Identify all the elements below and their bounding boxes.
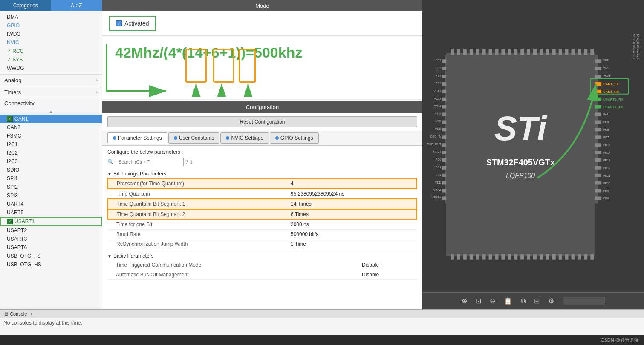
sidebar-item-spi1[interactable]: SPI1 (0, 174, 102, 183)
tab-parameter-settings[interactable]: Parameter Settings (107, 132, 167, 144)
sidebar-item-can2[interactable]: CAN2 (0, 123, 102, 132)
param-row-seg1[interactable]: Time Quanta in Bit Segment 1 14 Times (108, 199, 417, 209)
svg-text:PE4: PE4 (436, 74, 441, 77)
sidebar-item-uart4[interactable]: UART4 (0, 200, 102, 208)
reset-config-button[interactable]: Reset Configuration (107, 116, 417, 127)
svg-rect-103 (595, 135, 601, 139)
svg-text:CAN1_RX: CAN1_RX (603, 90, 619, 94)
sidebar-item-wwdg[interactable]: WWDG (0, 64, 102, 72)
time-bit-value: 2000 ns (288, 219, 417, 230)
baud-value: 500000 bit/s (288, 230, 417, 239)
basic-params-table: Time Triggered Communication Mode Disabl… (107, 260, 417, 280)
search-icon: 🔍 (107, 159, 114, 165)
config-tabs: Parameter Settings User Constants NVIC S… (102, 131, 422, 146)
svg-rect-16 (514, 49, 517, 55)
sidebar-item-usart3[interactable]: USART3 (0, 235, 102, 243)
bit-timings-section-header[interactable]: ▼ Bit Timings Parameters (107, 170, 417, 178)
layers-icon[interactable]: ⧉ (521, 297, 526, 305)
sidebar-connectivity-header[interactable]: Connectivity (0, 98, 102, 108)
activated-checkbox[interactable]: ✓ (116, 20, 122, 26)
sidebar-item-gpio[interactable]: GPIO (0, 21, 102, 30)
grid-icon[interactable]: ⊞ (534, 297, 540, 305)
tab-label-params: Parameter Settings (118, 135, 162, 141)
svg-rect-9 (470, 49, 473, 55)
sidebar-item-sys[interactable]: ✓ SYS (0, 55, 102, 64)
sidebar-item-nvic[interactable]: NVIC (0, 38, 102, 47)
tab-dot-params (113, 136, 116, 140)
svg-text:PC0: PC0 (436, 158, 442, 161)
svg-text:VREF+: VREF+ (432, 196, 442, 199)
tab-gpio-settings[interactable]: GPIO Settings (270, 132, 319, 144)
mode-header: Mode (102, 0, 422, 12)
svg-rect-6 (451, 49, 454, 55)
search-info-btn[interactable]: ℹ (190, 159, 192, 165)
sidebar-timers-header[interactable]: Timers › (0, 86, 102, 98)
svg-rect-94 (595, 67, 601, 70)
svg-text:SYS_JTDI-SWCLK: SYS_JTDI-SWCLK (636, 34, 640, 60)
svg-text:PC3: PC3 (436, 173, 442, 176)
sidebar-item-dma[interactable]: DMA (0, 13, 102, 21)
sidebar-item-fsmc[interactable]: FSMC (0, 132, 102, 140)
svg-text:PE5: PE5 (436, 82, 441, 85)
sidebar-item-usart6[interactable]: USART6 (0, 243, 102, 252)
formula-text: 42Mhz/(4*(14+6+1))=500khz (115, 44, 302, 61)
svg-rect-110 (595, 189, 601, 193)
sidebar-item-usb-otg-hs[interactable]: USB_OTG_HS (0, 260, 102, 269)
svg-text:PD13: PD13 (603, 159, 611, 162)
svg-rect-104 (595, 143, 601, 147)
timers-label: Timers (4, 89, 21, 95)
basic-params-section-header[interactable]: ▼ Basic Parameters (107, 252, 417, 260)
tab-user-constants[interactable]: User Constants (168, 132, 220, 144)
zoom-in-icon[interactable]: ⊕ (462, 297, 467, 305)
fit-icon[interactable]: ⊡ (476, 297, 481, 305)
toolbar-search-input[interactable] (563, 297, 605, 305)
sidebar-item-usart1[interactable]: ✓ USART1 (0, 217, 102, 226)
svg-rect-95 (595, 75, 601, 78)
console-close-btn[interactable]: × (30, 311, 33, 316)
zoom-out-icon[interactable]: ⊖ (490, 297, 495, 305)
sidebar-item-can1[interactable]: ✓ CAN1 (0, 115, 102, 123)
tab-nvic-settings[interactable]: NVIC Settings (220, 132, 269, 144)
svg-rect-21 (546, 49, 549, 55)
sidebar-item-usart2[interactable]: USART2 (0, 226, 102, 235)
right-toolbar: ⊕ ⊡ ⊖ 📋 ⧉ ⊞ ⚙ (422, 292, 644, 309)
tab-az[interactable]: A->Z (51, 0, 102, 11)
tab-label-nvic: NVIC Settings (231, 135, 263, 141)
search-help-btn[interactable]: ? (185, 159, 188, 165)
search-input[interactable] (116, 158, 184, 166)
svg-text:VSS: VSS (603, 66, 609, 69)
sidebar-item-i2c2[interactable]: I2C2 (0, 149, 102, 157)
collapse-icon-basic: ▼ (107, 254, 112, 259)
svg-text:PD10: PD10 (603, 182, 611, 185)
svg-text:PA8: PA8 (603, 113, 609, 116)
sidebar-item-i2c3[interactable]: I2C3 (0, 157, 102, 166)
orange-box-2 (213, 49, 234, 83)
sidebar-item-spi2[interactable]: SPI2 (0, 183, 102, 191)
console-header: 🖥 Console × (0, 310, 644, 318)
sidebar-item-usb-otg-fs[interactable]: USB_OTG_FS (0, 252, 102, 260)
sidebar-item-rcc[interactable]: ✓ RCC (0, 47, 102, 55)
settings-icon[interactable]: ⚙ (548, 297, 554, 305)
timers-arrow: › (96, 90, 98, 95)
param-row-time-bit: Time for one Bit 2000 ns (108, 219, 417, 230)
tab-categories[interactable]: Categories (0, 0, 51, 11)
sidebar-item-sdio[interactable]: SDIO (0, 166, 102, 174)
param-row-seg2[interactable]: Time Quanta in Bit Segment 2 6 Times (108, 209, 417, 219)
sidebar-item-iwdg[interactable]: IWDG (0, 30, 102, 38)
console-bar: 🖥 Console × No consoles to display at th… (0, 309, 644, 335)
svg-text:SYS_JTDI-SWDIO: SYS_JTDI-SWDIO (632, 34, 635, 59)
svg-rect-111 (595, 196, 601, 200)
bottom-bar-text: CSDN @好奇龙猫 (601, 337, 639, 343)
sidebar-item-spi3[interactable]: SPI3 (0, 191, 102, 200)
svg-text:PC13: PC13 (434, 97, 442, 100)
sidebar-item-uart5[interactable]: UART5 (0, 208, 102, 217)
sidebar-analog-header[interactable]: Analog › (0, 74, 102, 86)
svg-text:VDD: VDD (435, 127, 442, 130)
svg-text:PD11: PD11 (603, 174, 611, 177)
time-quantum-name: Time Quantum (108, 189, 288, 199)
sidebar-item-i2c1[interactable]: I2C1 (0, 140, 102, 149)
svg-text:VSSA: VSSA (433, 189, 442, 192)
export-icon[interactable]: 📋 (504, 297, 512, 305)
tab-dot-nvic (226, 136, 229, 140)
param-row-prescaler[interactable]: Prescaler (for Time Quantum) 4 (108, 178, 417, 189)
